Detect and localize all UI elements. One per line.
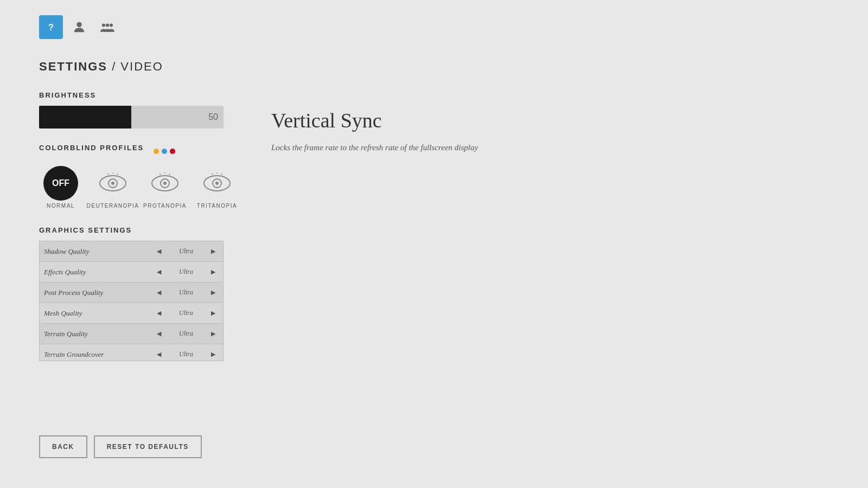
terrain-groundcover-label: Terrain Groundcover	[44, 350, 154, 359]
bottom-buttons: BACK RESET TO DEFAULTS	[39, 435, 202, 458]
mesh-quality-next[interactable]: ▶	[208, 308, 219, 319]
page-title: SETTINGS / VIDEO	[39, 60, 829, 74]
shadow-quality-value: Ultra	[164, 247, 208, 255]
mesh-quality-label: Mesh Quality	[44, 309, 154, 318]
brightness-track[interactable]: 50	[39, 106, 224, 129]
row-terrain-quality: Terrain Quality ◀ Ultra ▶	[40, 324, 223, 344]
svg-line-22	[221, 174, 222, 175]
info-title: Vertical Sync	[271, 108, 542, 132]
info-description: Locks the frame rate to the refresh rate…	[271, 141, 542, 154]
effects-quality-label: Effects Quality	[44, 268, 154, 277]
shadow-quality-prev[interactable]: ◀	[154, 246, 164, 257]
terrain-groundcover-value: Ultra	[164, 350, 208, 358]
terrain-groundcover-prev[interactable]: ◀	[154, 349, 164, 360]
shadow-quality-next[interactable]: ▶	[208, 246, 219, 257]
group-nav-icon[interactable]	[95, 15, 119, 39]
svg-line-11	[107, 174, 108, 175]
brightness-fill	[39, 106, 131, 129]
profile-nav-icon[interactable]	[67, 15, 91, 39]
post-process-quality-next[interactable]: ▶	[208, 287, 219, 298]
reset-button[interactable]: RESET TO DEFAULTS	[94, 435, 202, 458]
terrain-quality-value: Ultra	[164, 330, 208, 338]
graphics-list: Shadow Quality ◀ Ultra ▶ Effects Quality…	[39, 241, 224, 361]
normal-icon: OFF	[43, 166, 78, 201]
svg-point-14	[163, 182, 167, 185]
svg-point-5	[110, 23, 113, 27]
deuteranopia-icon	[93, 166, 132, 201]
brightness-label: BRIGHTNESS	[39, 91, 829, 99]
dot-blue	[162, 149, 167, 154]
protanopia-icon	[145, 166, 184, 201]
top-navigation: ?	[39, 15, 119, 39]
svg-point-4	[106, 23, 109, 27]
back-button[interactable]: BACK	[39, 435, 87, 458]
row-shadow-quality: Shadow Quality ◀ Ultra ▶	[40, 241, 223, 262]
colorblind-options: OFF NORMAL DEUTERANOPIA	[39, 166, 829, 209]
graphics-section: GRAPHICS SETTINGS Shadow Quality ◀ Ultra…	[39, 226, 829, 361]
terrain-quality-prev[interactable]: ◀	[154, 329, 164, 339]
svg-point-20	[215, 182, 219, 185]
color-dots	[154, 149, 175, 154]
dot-red	[170, 149, 175, 154]
tritanopia-label: TRITANOPIA	[197, 203, 237, 209]
brightness-value: 50	[208, 112, 218, 122]
normal-label: NORMAL	[47, 203, 75, 209]
post-process-quality-label: Post Process Quality	[44, 288, 154, 297]
mesh-quality-prev[interactable]: ◀	[154, 308, 164, 319]
colorblind-deuteranopia[interactable]: DEUTERANOPIA	[91, 166, 135, 209]
svg-point-3	[102, 23, 105, 27]
shadow-quality-label: Shadow Quality	[44, 247, 154, 256]
svg-point-2	[76, 22, 81, 27]
svg-text:?: ?	[48, 22, 54, 32]
info-panel: Vertical Sync Locks the frame rate to th…	[271, 108, 542, 154]
row-effects-quality: Effects Quality ◀ Ultra ▶	[40, 262, 223, 282]
terrain-quality-label: Terrain Quality	[44, 330, 154, 338]
svg-line-10	[117, 174, 118, 175]
main-content: SETTINGS / VIDEO BRIGHTNESS 50 COLORBLIN…	[39, 60, 829, 374]
graphics-list-inner[interactable]: Shadow Quality ◀ Ultra ▶ Effects Quality…	[40, 241, 223, 361]
colorblind-tritanopia[interactable]: TRITANOPIA	[195, 166, 239, 209]
terrain-quality-next[interactable]: ▶	[208, 329, 219, 339]
effects-quality-next[interactable]: ▶	[208, 267, 219, 278]
tritanopia-icon	[197, 166, 237, 201]
colorblind-label: COLORBLIND PROFILES	[39, 144, 144, 152]
dot-yellow	[154, 149, 159, 154]
brightness-slider[interactable]: 50	[39, 106, 224, 129]
effects-quality-value: Ultra	[164, 268, 208, 276]
svg-point-8	[111, 182, 114, 185]
svg-line-23	[212, 174, 213, 175]
colorblind-protanopia[interactable]: PROTANOPIA	[143, 166, 187, 209]
post-process-quality-prev[interactable]: ◀	[154, 287, 164, 298]
row-terrain-groundcover: Terrain Groundcover ◀ Ultra ▶	[40, 344, 223, 361]
row-post-process-quality: Post Process Quality ◀ Ultra ▶	[40, 282, 223, 303]
svg-line-17	[159, 174, 161, 175]
protanopia-label: PROTANOPIA	[143, 203, 187, 209]
effects-quality-prev[interactable]: ◀	[154, 267, 164, 278]
row-mesh-quality: Mesh Quality ◀ Ultra ▶	[40, 303, 223, 324]
terrain-groundcover-next[interactable]: ▶	[208, 349, 219, 360]
deuteranopia-label: DEUTERANOPIA	[87, 203, 139, 209]
graphics-label: GRAPHICS SETTINGS	[39, 226, 829, 234]
help-nav-icon[interactable]: ?	[39, 15, 63, 39]
colorblind-normal[interactable]: OFF NORMAL	[39, 166, 82, 209]
post-process-quality-value: Ultra	[164, 288, 208, 297]
svg-line-16	[169, 174, 170, 175]
mesh-quality-value: Ultra	[164, 309, 208, 317]
